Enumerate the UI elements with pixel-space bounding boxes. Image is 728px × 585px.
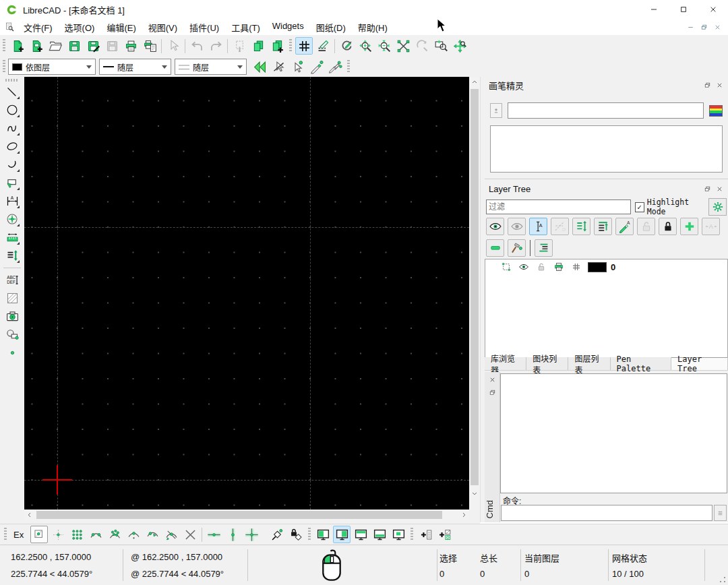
new-document-button[interactable] <box>9 37 26 55</box>
restrict-horizontal-button[interactable] <box>205 526 222 543</box>
snap-free-button[interactable] <box>30 526 48 543</box>
modify-tool-button[interactable] <box>3 210 22 228</box>
remove-layer-button[interactable] <box>486 239 504 257</box>
menu-edit[interactable]: 编辑(E) <box>100 20 142 35</box>
maximize-button[interactable] <box>669 0 698 19</box>
horizontal-scrollbar[interactable] <box>24 510 469 520</box>
float-panel-icon[interactable] <box>701 184 713 195</box>
grid-hash-icon[interactable] <box>570 261 582 273</box>
mdi-minimize-button[interactable] <box>684 22 697 32</box>
color-combo[interactable]: 依图层 <box>8 59 96 75</box>
add-layer-button[interactable] <box>680 218 698 235</box>
dock-area-top-button[interactable] <box>352 526 369 543</box>
scroll-down-arrow-icon[interactable] <box>469 488 480 499</box>
snap-distance-button[interactable] <box>144 526 161 543</box>
toolbar-grip[interactable] <box>4 528 7 541</box>
drawing-canvas[interactable] <box>24 77 469 510</box>
print-preview-button[interactable] <box>141 37 158 55</box>
edit-layer-pen-button[interactable]: A <box>615 218 634 235</box>
float-panel-icon[interactable] <box>701 80 713 91</box>
toolbar-grip[interactable] <box>289 39 292 53</box>
pen-apply-button[interactable] <box>307 58 325 75</box>
menu-widgets[interactable]: Widgets <box>266 20 310 35</box>
layer-name-mode-button[interactable]: A <box>529 218 547 235</box>
pen-copy-button[interactable] <box>326 58 344 75</box>
toolbar-grip[interactable] <box>308 528 311 541</box>
circle-tool-button[interactable] <box>3 101 22 119</box>
lock-all-layers-button[interactable] <box>659 218 677 235</box>
tab-library-browser[interactable]: 库浏览器 <box>485 357 526 370</box>
paste-button[interactable] <box>268 37 286 55</box>
point-tool-button[interactable] <box>3 344 22 362</box>
menu-drawings[interactable]: 图纸(D) <box>310 20 352 35</box>
zoom-pan-button[interactable] <box>451 37 468 55</box>
horizontal-scroll-thumb[interactable] <box>36 511 442 519</box>
resize-grip[interactable] <box>719 576 726 583</box>
menu-plugins[interactable]: 插件(U) <box>183 20 225 35</box>
new-from-template-button[interactable] <box>28 37 45 55</box>
tab-block-list[interactable]: 图块列表 <box>526 357 568 370</box>
save-button[interactable] <box>65 37 83 55</box>
snap-middle-button[interactable] <box>125 526 142 543</box>
dimension-tool-button[interactable]: A <box>3 192 22 210</box>
menu-tools[interactable]: 工具(T) <box>225 20 266 35</box>
mdi-restore-button[interactable] <box>697 22 710 32</box>
float-panel-icon[interactable] <box>486 387 498 398</box>
close-panel-icon[interactable] <box>486 374 498 385</box>
restrict-orthogonal-button[interactable] <box>243 526 260 543</box>
zoom-out-button[interactable] <box>375 37 393 55</box>
back-button[interactable] <box>251 58 268 75</box>
hatch-tool-button[interactable] <box>3 289 22 307</box>
add-command-widget-button[interactable] <box>417 526 434 543</box>
ellipse-tool-button[interactable] <box>3 137 22 156</box>
dock-area-left-button[interactable] <box>314 526 332 543</box>
menu-view[interactable]: 视图(V) <box>142 20 183 35</box>
zoom-window-button[interactable] <box>432 37 450 55</box>
lock-relative-zero-button[interactable] <box>287 526 305 543</box>
open-file-button[interactable] <box>47 37 64 55</box>
zoom-in-button[interactable] <box>357 37 374 55</box>
dock-area-floating-button[interactable] <box>390 526 407 543</box>
linetype-combo[interactable]: 随层 <box>99 59 171 75</box>
minimize-button[interactable] <box>639 0 669 19</box>
dock-area-bottom-button[interactable] <box>371 526 388 543</box>
scroll-left-arrow-icon[interactable] <box>24 510 35 520</box>
snap-endpoints-button[interactable] <box>68 526 86 543</box>
toolbar-grip[interactable] <box>5 79 19 82</box>
toolbar-grip[interactable] <box>3 60 5 73</box>
toolbar-grip[interactable] <box>411 528 413 541</box>
grid-toggle-button[interactable] <box>295 37 313 55</box>
pen-wizard-list[interactable] <box>490 125 723 173</box>
sort-layers-button[interactable] <box>572 218 590 235</box>
snap-nothing-button[interactable] <box>181 526 199 543</box>
zoom-auto-button[interactable] <box>394 37 412 55</box>
add-custom-widget-button[interactable] <box>435 526 453 543</box>
hide-all-layers-button[interactable] <box>508 218 526 235</box>
tab-layer-tree[interactable]: Layer Tree <box>671 357 728 370</box>
snap-intersection-button[interactable] <box>162 526 180 543</box>
panel-splitter[interactable] <box>485 179 728 179</box>
command-history[interactable] <box>500 373 727 493</box>
pen-pick-button[interactable] <box>289 58 306 75</box>
snap-center-button[interactable] <box>106 526 123 543</box>
mtext-tool-button[interactable]: ABCDEF <box>3 271 22 289</box>
layer-list[interactable]: 0 <box>485 259 728 359</box>
pen-deselect-button[interactable] <box>270 58 287 75</box>
vertical-scrollbar[interactable] <box>469 77 480 510</box>
image-tool-button[interactable] <box>3 307 22 326</box>
select-tool-button[interactable] <box>3 174 22 192</box>
layer-tools-button[interactable] <box>508 239 526 257</box>
layer-settings-button[interactable] <box>708 198 727 216</box>
close-panel-icon[interactable] <box>713 80 725 91</box>
restrict-vertical-button[interactable] <box>224 526 241 543</box>
block-tool-button[interactable] <box>3 326 22 344</box>
pen-wizard-combo[interactable] <box>508 102 704 119</box>
toolbar-grip[interactable] <box>3 39 5 53</box>
dock-area-right-button[interactable] <box>333 526 351 543</box>
close-button[interactable] <box>698 0 728 19</box>
mdi-close-button[interactable] <box>710 22 724 32</box>
selection-frame-icon[interactable] <box>500 261 512 273</box>
highlight-mode-toggle[interactable]: ✓ Highlight Mode <box>635 197 709 216</box>
scroll-up-arrow-icon[interactable] <box>469 77 480 88</box>
layer-row[interactable]: 0 <box>485 259 727 274</box>
